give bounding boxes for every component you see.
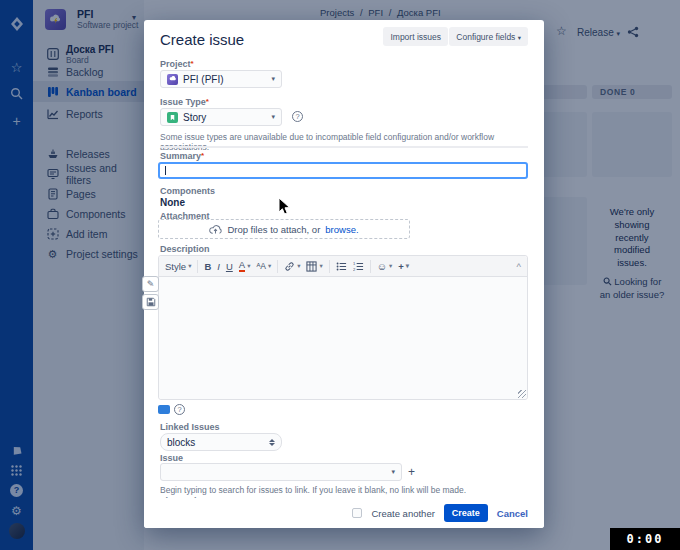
create-issue-dialog: Create issue Import issues Configure fie… <box>144 20 544 528</box>
description-field-label: Description <box>160 244 210 254</box>
dialog-title: Create issue <box>160 31 244 48</box>
numbered-list-button[interactable]: 12 <box>353 261 364 272</box>
description-editor: Style▾ B I U A▾ ᴬA▾ ▾ ▾ <box>158 255 528 400</box>
text-caret <box>165 166 166 175</box>
issue-field-label: Issue <box>160 453 183 463</box>
issue-type-help-icon[interactable]: ? <box>292 111 303 122</box>
create-another-checkbox[interactable] <box>352 508 362 518</box>
dialog-footer: Create another Create Cancel <box>144 498 544 528</box>
emoji-button[interactable]: ☺▾ <box>377 261 392 272</box>
text-color-button[interactable]: A▾ <box>239 260 251 272</box>
collapse-toolbar-icon[interactable]: ^ <box>517 261 521 272</box>
issue-select[interactable]: ▾ <box>160 463 402 481</box>
editor-mode-icon[interactable] <box>158 405 170 414</box>
issue-type-select[interactable]: Story ▾ <box>160 108 282 126</box>
dropzone-text: Drop files to attach, or <box>227 224 320 235</box>
bullet-list-button[interactable] <box>336 261 347 272</box>
issue-note: Begin typing to search for issues to lin… <box>160 485 530 495</box>
attachment-dropzone[interactable]: Drop files to attach, or browse. <box>158 219 410 239</box>
issue-type-select-value: Story <box>183 112 206 123</box>
create-another-label: Create another <box>371 508 434 519</box>
upload-cloud-icon <box>209 224 222 235</box>
annotate-pencil-button[interactable]: ✎ <box>142 276 159 292</box>
insert-more-button[interactable]: +▾ <box>398 261 409 272</box>
chevron-down-icon: ▾ <box>271 113 275 121</box>
project-select[interactable]: PFI (PFI) ▾ <box>160 70 282 88</box>
chevron-down-icon: ▾ <box>518 34 521 41</box>
italic-button[interactable]: I <box>217 261 220 272</box>
table-button[interactable]: ▾ <box>306 261 322 272</box>
project-select-value: PFI (PFI) <box>183 74 224 85</box>
mouse-cursor <box>278 197 291 216</box>
issue-type-field-label: Issue Type* <box>160 97 209 107</box>
linked-issues-field-label: Linked Issues <box>160 422 220 432</box>
chevron-down-icon: ▾ <box>391 468 395 476</box>
select-stepper-icon <box>269 439 275 446</box>
app-root: ☆ + ? ⚙ PFI Software project ▾ <box>0 0 680 550</box>
browse-link[interactable]: browse. <box>325 224 358 235</box>
project-pfi-icon <box>167 74 178 85</box>
editor-toolbar: Style▾ B I U A▾ ᴬA▾ ▾ ▾ <box>159 256 527 277</box>
underline-button[interactable]: U <box>226 261 233 272</box>
linked-issues-value: blocks <box>167 437 195 448</box>
story-type-icon <box>167 112 178 123</box>
summary-field-label: Summary* <box>160 151 204 161</box>
editor-help-icon[interactable]: ? <box>174 404 185 415</box>
description-textarea[interactable] <box>159 277 527 399</box>
issue-type-note: Some issue types are unavailable due to … <box>160 132 530 152</box>
project-field-label: Project* <box>160 59 194 69</box>
svg-text:1: 1 <box>353 261 356 266</box>
create-button[interactable]: Create <box>444 504 488 522</box>
components-field-label: Components <box>160 186 215 196</box>
save-button[interactable] <box>142 294 159 310</box>
floppy-icon <box>146 297 156 307</box>
add-link-button[interactable]: + <box>408 465 415 479</box>
linked-issues-select[interactable]: blocks <box>160 433 282 451</box>
summary-input[interactable] <box>158 162 528 179</box>
divider <box>160 146 528 148</box>
link-button[interactable]: ▾ <box>284 261 300 272</box>
components-value: None <box>160 197 185 208</box>
cancel-button[interactable]: Cancel <box>497 508 528 519</box>
bold-button[interactable]: B <box>204 261 211 272</box>
svg-text:2: 2 <box>353 267 356 272</box>
resize-grip[interactable] <box>518 390 526 398</box>
import-issues-button[interactable]: Import issues <box>383 27 448 46</box>
recording-timer: 0:00 <box>610 528 680 550</box>
more-formatting-button[interactable]: ᴬA▾ <box>256 261 271 271</box>
style-menu[interactable]: Style▾ <box>165 261 191 272</box>
configure-fields-button[interactable]: Configure fields ▾ <box>449 27 528 46</box>
chevron-down-icon: ▾ <box>271 75 275 83</box>
